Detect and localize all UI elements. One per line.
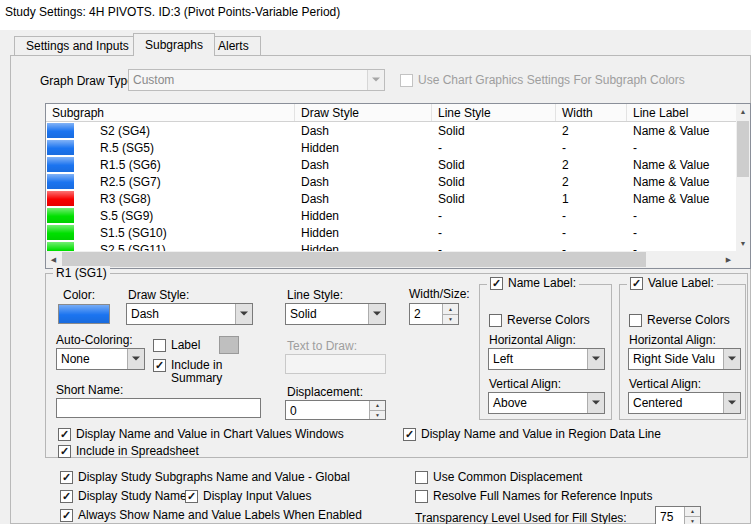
col-header-width[interactable]: Width <box>556 104 627 121</box>
display-region-data-label: Display Name and Value in Region Data Li… <box>421 428 661 441</box>
line-style-value: Solid <box>286 304 368 324</box>
cell-draw-style: Hidden <box>295 208 432 223</box>
spin-down-icon[interactable] <box>370 410 385 420</box>
table-row[interactable]: S2 (SG4) Dash Solid 2 Name & Value <box>46 122 736 139</box>
cell-draw-style: Hidden <box>295 225 432 240</box>
table-row[interactable]: R.5 (SG5) Hidden - - - <box>46 139 736 156</box>
scroll-right-icon[interactable] <box>721 251 736 268</box>
value-vertical-align-select[interactable]: Centered <box>628 392 741 414</box>
chevron-down-icon[interactable] <box>587 393 604 413</box>
table-row[interactable]: R1.5 (SG6) Dash Solid 2 Name & Value <box>46 156 736 173</box>
resolve-full-names-checkbox[interactable]: Resolve Full Names for Reference Inputs <box>415 490 652 503</box>
spin-down-icon[interactable] <box>685 516 700 524</box>
label-color-button <box>219 336 239 354</box>
tab-settings-and-inputs[interactable]: Settings and Inputs <box>14 36 141 55</box>
chevron-down-icon[interactable] <box>723 349 740 369</box>
include-in-spreadsheet-checkbox[interactable]: Include in Spreadsheet <box>58 445 199 458</box>
width-size-spinner[interactable]: 2 <box>409 303 459 325</box>
scroll-up-icon[interactable] <box>736 104 750 119</box>
display-chart-values-checkbox[interactable]: Display Name and Value in Chart Values W… <box>58 428 344 441</box>
color-swatch <box>47 174 74 189</box>
line-style-select[interactable]: Solid <box>285 303 386 325</box>
cell-line-style: - <box>432 208 556 223</box>
checkbox-box <box>415 490 428 503</box>
use-common-displacement-checkbox[interactable]: Use Common Displacement <box>415 471 582 484</box>
window-titlebar: Study Settings: 4H PIVOTS. ID:3 (Pivot P… <box>0 0 751 30</box>
always-show-labels-checkbox[interactable]: Always Show Name and Value Labels When E… <box>60 509 362 522</box>
always-show-labels-label: Always Show Name and Value Labels When E… <box>78 509 362 522</box>
cell-line-style: - <box>432 140 556 155</box>
chevron-down-icon[interactable] <box>723 393 740 413</box>
display-region-data-checkbox[interactable]: Display Name and Value in Region Data Li… <box>403 428 661 441</box>
subgraph-table: Subgraph Draw Style Line Style Width Lin… <box>45 103 751 269</box>
spin-down-icon[interactable] <box>443 314 458 325</box>
cell-width: - <box>556 208 627 223</box>
checkbox-box <box>489 314 502 327</box>
display-study-name-checkbox[interactable]: Display Study Name <box>60 490 187 503</box>
use-common-displacement-label: Use Common Displacement <box>433 471 582 484</box>
displacement-spinner[interactable]: 0 <box>285 400 386 420</box>
table-vertical-scrollbar[interactable] <box>736 104 750 251</box>
table-row[interactable]: S2.5 (SG11) Hidden - - - <box>46 241 736 251</box>
value-reverse-colors-label: Reverse Colors <box>647 314 730 327</box>
cell-width: 2 <box>556 157 627 172</box>
horizontal-scroll-thumb[interactable] <box>62 252 646 267</box>
cell-draw-style: Dash <box>295 191 432 206</box>
display-input-values-checkbox[interactable]: Display Input Values <box>185 490 312 503</box>
color-picker-button[interactable] <box>58 304 110 324</box>
display-subgraphs-global-checkbox[interactable]: Display Study Subgraphs Name and Value -… <box>60 471 350 484</box>
table-horizontal-scrollbar[interactable] <box>46 251 736 268</box>
color-swatch <box>47 123 74 138</box>
color-swatch <box>47 191 74 206</box>
col-header-subgraph[interactable]: Subgraph <box>46 104 295 121</box>
label-checkbox[interactable]: Label <box>153 339 200 352</box>
name-reverse-colors-checkbox[interactable]: Reverse Colors <box>489 314 590 327</box>
name-horizontal-align-label: Horizontal Align: <box>489 333 576 347</box>
cell-line-style: Solid <box>432 191 556 206</box>
graph-draw-type-label: Graph Draw Type: <box>40 74 137 88</box>
spin-up-icon[interactable] <box>370 401 385 410</box>
cell-line-label: Name & Value <box>627 157 736 172</box>
transparency-spinner[interactable]: 75 <box>655 506 701 524</box>
name-label-checkbox[interactable]: Name Label: <box>490 277 576 290</box>
name-vertical-align-select[interactable]: Above <box>488 392 605 414</box>
value-label-checkbox[interactable]: Value Label: <box>630 277 714 290</box>
table-row[interactable]: R2.5 (SG7) Dash Solid 2 Name & Value <box>46 173 736 190</box>
color-swatch <box>47 208 74 223</box>
col-header-draw-style[interactable]: Draw Style <box>295 104 432 121</box>
cell-line-label: - <box>627 242 736 251</box>
subgraph-detail-group-title: R1 (SG1) <box>53 266 110 280</box>
short-name-input[interactable] <box>56 398 261 418</box>
chevron-down-icon[interactable] <box>127 349 144 369</box>
display-subgraphs-global-label: Display Study Subgraphs Name and Value -… <box>78 471 350 484</box>
checkbox-box <box>490 277 503 290</box>
col-header-line-style[interactable]: Line Style <box>432 104 556 121</box>
spin-up-icon[interactable] <box>443 304 458 314</box>
checkbox-box <box>60 490 73 503</box>
auto-coloring-select[interactable]: None <box>56 348 145 370</box>
chevron-down-icon[interactable] <box>235 304 252 324</box>
value-label-title: Value Label: <box>648 277 714 290</box>
text-to-draw-label: Text to Draw: <box>287 339 357 353</box>
short-name-label: Short Name: <box>56 383 123 397</box>
cell-line-style: - <box>432 242 556 251</box>
draw-style-select[interactable]: Dash <box>126 303 253 325</box>
spin-up-icon[interactable] <box>685 507 700 516</box>
cell-subgraph: S2 (SG4) <box>74 123 295 138</box>
chevron-down-icon[interactable] <box>587 349 604 369</box>
scroll-down-icon[interactable] <box>736 236 750 251</box>
cell-draw-style: Dash <box>295 174 432 189</box>
col-header-line-label[interactable]: Line Label <box>627 104 736 121</box>
tab-subgraphs[interactable]: Subgraphs <box>133 33 215 56</box>
table-row[interactable]: R3 (SG8) Dash Solid 1 Name & Value <box>46 190 736 207</box>
include-in-summary-checkbox[interactable]: Include in Summary <box>153 359 237 385</box>
cell-subgraph: R1.5 (SG6) <box>74 157 295 172</box>
vertical-scroll-thumb[interactable] <box>737 121 749 177</box>
name-horizontal-align-select[interactable]: Left <box>488 348 605 370</box>
table-row[interactable]: S.5 (SG9) Hidden - - - <box>46 207 736 224</box>
table-row[interactable]: S1.5 (SG10) Hidden - - - <box>46 224 736 241</box>
value-horizontal-align-select[interactable]: Right Side Valu <box>628 348 741 370</box>
include-in-summary-label: Include in Summary <box>171 359 237 385</box>
chevron-down-icon[interactable] <box>368 304 385 324</box>
value-reverse-colors-checkbox[interactable]: Reverse Colors <box>629 314 730 327</box>
